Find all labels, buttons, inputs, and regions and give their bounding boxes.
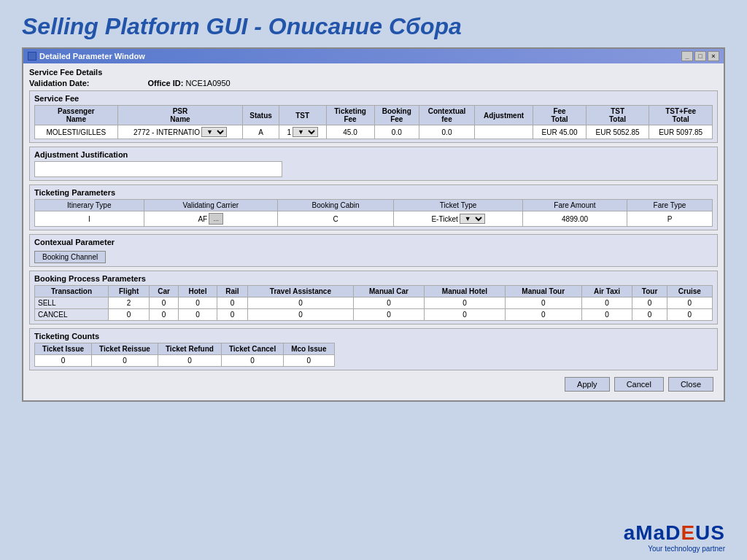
col-psr-name: PSRName [117,106,243,125]
cell-ticketing-fee: 45.0 [326,125,374,139]
col-ticketing-fee: TicketingFee [326,106,374,125]
bp-cell-manual_hotel: 0 [425,298,505,309]
amadeus-logo: aMaDEUS [624,521,725,545]
page-title: Selling Platform GUI - Описание Сбора [0,0,747,47]
booking-process-section: Booking Process Parameters Transaction F… [29,271,718,324]
service-fee-section-title: Service Fee [34,94,713,103]
cell-status: A [243,125,279,139]
adjustment-justification-input[interactable] [34,161,282,177]
bp-col-hotel: Hotel [179,286,217,298]
cell-fee-total: EUR 45.00 [533,125,587,139]
bottom-buttons: Apply Cancel Close [29,374,718,396]
service-fee-header: PassengerName PSRName Status TST Ticketi… [35,106,713,125]
bp-col-manual-tour: Manual Tour [505,286,581,298]
tp-cell-validating-carrier: AF ... [144,211,277,227]
validation-info-row: Validation Date: Office ID: NCE1A0950 [29,79,718,88]
tc-col-ticket-reissue: Ticket Reissue [92,343,158,355]
bp-cell-travel_assistance: 0 [248,298,353,309]
bp-cell-manual_car: 0 [353,309,425,321]
tp-cell-booking-cabin: C [277,211,393,227]
bp-cell-hotel: 0 [179,309,217,321]
apply-button[interactable]: Apply [565,377,610,392]
cell-booking-fee: 0.0 [374,125,419,139]
bp-cell-tour: 0 [632,298,667,309]
ticket-type-dropdown[interactable]: ▼ [460,214,485,224]
window-titlebar: Detailed Parameter Window _ □ × [23,49,724,63]
tp-col-ticket-type: Ticket Type [394,200,523,211]
adjustment-justification-section: Adjustment Justification [29,147,718,181]
ticketing-counts-section: Ticketing Counts Ticket Issue Ticket Rei… [29,328,718,370]
tc-col-ticket-issue: Ticket Issue [35,343,92,355]
close-button-main[interactable]: Close [668,377,713,392]
detailed-parameter-window: Detailed Parameter Window _ □ × Service … [22,47,725,402]
minimize-button[interactable]: _ [681,51,693,61]
psr-dropdown[interactable]: ▼ [201,127,227,137]
bp-cell-tour: 0 [632,309,667,321]
service-fee-table: PassengerName PSRName Status TST Ticketi… [34,105,713,139]
tc-col-ticket-cancel: Ticket Cancel [221,343,283,355]
bp-col-rail: Rail [217,286,247,298]
bp-col-flight: Flight [109,286,150,298]
amadeus-logo-text: a [624,521,636,544]
tp-cell-fare-amount: 4899.00 [522,211,627,227]
bp-col-air-taxi: Air Taxi [581,286,632,298]
adjustment-justification-title: Adjustment Justification [34,150,713,159]
tp-cell-ticket-type[interactable]: E-Ticket ▼ [394,211,523,227]
tp-cell-itinerary-type: I [35,211,144,227]
bp-col-travel-assistance: Travel Assistance [248,286,353,298]
contextual-parameter-title: Contexual Parameter [34,238,713,246]
bp-cell-travel_assistance: 0 [248,309,353,321]
booking-process-row: SELL20000000000 [35,298,713,309]
booking-process-title: Booking Process Parameters [34,274,713,283]
validating-carrier-btn[interactable]: ... [209,213,223,225]
booking-process-header: Transaction Flight Car Hotel Rail Travel… [35,286,713,298]
bp-cell-car: 0 [150,309,179,321]
tp-col-fare-amount: Fare Amount [522,200,627,211]
col-fee-total: FeeTotal [533,106,587,125]
bp-cell-transaction: CANCEL [35,309,109,321]
bp-cell-cruise: 0 [667,298,712,309]
cell-adjustment [475,125,533,139]
cell-psr-name: 2772 - INTERNATIO ▼ [117,125,243,139]
maximize-button[interactable]: □ [694,51,706,61]
ticketing-params-header: Itinerary Type Validating Carrier Bookin… [35,200,713,211]
bp-col-tour: Tour [632,286,667,298]
amadeus-tagline: Your technology partner [624,545,725,553]
bp-cell-flight: 0 [109,309,150,321]
bp-cell-manual_car: 0 [353,298,425,309]
tc-cell-ticket-cancel: 0 [221,355,283,367]
close-button[interactable]: × [708,51,719,61]
ticketing-params-row: I AF ... C E-Ticket ▼ [35,211,713,227]
tc-col-mco-issue: Mco Issue [284,343,334,355]
tp-col-validating-carrier: Validating Carrier [144,200,277,211]
booking-process-table: Transaction Flight Car Hotel Rail Travel… [34,285,713,321]
bp-cell-manual_tour: 0 [505,309,581,321]
bp-col-cruise: Cruise [667,286,712,298]
window-content: Service Fee Details Validation Date: Off… [23,63,724,400]
tc-cell-ticket-refund: 0 [158,355,221,367]
col-tst: TST [279,106,326,125]
bp-col-car: Car [150,286,179,298]
col-booking-fee: BookingFee [374,106,419,125]
cell-tst[interactable]: 1 ▼ [279,125,326,139]
cell-contextual-fee: 0.0 [419,125,474,139]
office-id-value: NCE1A0950 [186,79,231,88]
tst-dropdown[interactable]: ▼ [293,127,318,137]
validation-date-label: Validation Date: [29,79,90,88]
service-fee-section: Service Fee PassengerName PSRName Status… [29,90,718,143]
cell-tst-total: EUR 5052.85 [586,125,649,139]
bp-cell-flight: 2 [109,298,150,309]
contextual-parameter-section: Contexual Parameter Booking Channel [29,234,718,267]
cancel-button[interactable]: Cancel [614,377,664,392]
booking-channel-button[interactable]: Booking Channel [34,251,106,263]
ticketing-counts-row: 0 0 0 0 0 [35,355,335,367]
bp-cell-transaction: SELL [35,298,109,309]
service-fee-details-title: Service Fee Details [29,68,718,77]
window-controls[interactable]: _ □ × [681,51,719,61]
bp-col-manual-hotel: Manual Hotel [425,286,505,298]
tp-col-itinerary-type: Itinerary Type [35,200,144,211]
tc-col-ticket-refund: Ticket Refund [158,343,221,355]
col-tst-fee-total: TST+FeeTotal [649,106,713,125]
tc-cell-ticket-issue: 0 [35,355,92,367]
titlebar-left: Detailed Parameter Window [28,52,145,61]
